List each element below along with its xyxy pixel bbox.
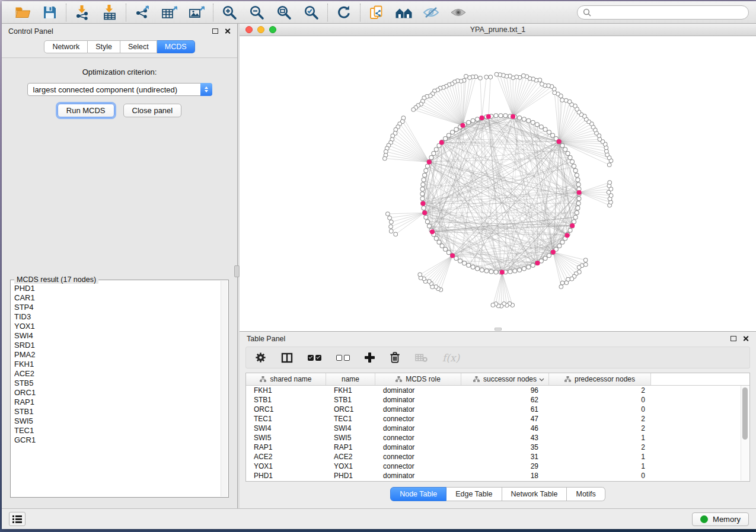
export-network-button[interactable] [132,4,153,21]
tab-mcds[interactable]: MCDS [157,40,195,53]
table-cell: 43 [461,434,549,442]
mcds-result-item[interactable]: SWI5 [14,416,219,426]
maximize-window-icon[interactable] [269,26,276,33]
show-all-button[interactable] [448,4,469,21]
tab-select[interactable]: Select [120,40,157,53]
show-panels-button[interactable] [9,512,25,526]
close-panel-icon[interactable] [224,28,231,34]
plus-icon [365,352,375,363]
criterion-dropdown[interactable]: largest connected component (undirected) [27,83,212,96]
search-field[interactable] [577,5,749,20]
add-column-button[interactable] [365,352,375,363]
table-scrollbar[interactable] [741,386,749,480]
table-row[interactable]: YOX1YOX1connector291 [246,462,741,471]
mcds-result-item[interactable]: TEC1 [14,426,219,435]
zoom-out-button[interactable] [246,4,267,21]
mcds-result-item[interactable]: STP4 [14,303,219,312]
zoom-in-button[interactable] [219,4,240,21]
mcds-result-item[interactable]: RAP1 [14,398,219,407]
table-row[interactable]: FKH1FKH1dominator962 [246,386,741,395]
splitter-handle[interactable] [234,265,240,277]
mcds-result-item[interactable]: ACE2 [14,369,219,379]
tab-network[interactable]: Network [44,40,88,53]
close-window-icon[interactable] [245,26,253,33]
column-header-shared-name[interactable]: shared name [246,373,326,385]
hide-selected-button[interactable] [420,4,442,21]
table-row[interactable]: RAP1RAP1dominator352 [246,443,741,452]
mcds-result-item[interactable]: SWI4 [14,331,219,341]
table-row[interactable]: ORC1ORC1dominator610 [246,405,741,414]
run-mcds-button[interactable]: Run MCDS [58,104,114,117]
table-row[interactable]: STB1STB1dominator620 [246,395,741,405]
search-input[interactable] [595,8,743,17]
unselect-all-columns-button[interactable] [336,355,350,361]
column-header-name[interactable]: name [326,373,375,385]
table-scrollbar-thumb[interactable] [742,387,748,440]
split-panel-button[interactable] [281,352,293,363]
first-neighbors-button[interactable] [393,4,414,21]
select-all-columns-button[interactable] [308,355,321,361]
table-row[interactable]: PHD1PHD1dominator180 [246,471,741,480]
mcds-result-item[interactable]: GCR1 [14,435,219,445]
table-cell: RAP1 [326,443,375,451]
tab-edge-table[interactable]: Edge Table [446,487,502,501]
network-canvas[interactable] [240,36,756,331]
duplicate-network-button[interactable] [366,4,387,21]
network-view[interactable] [240,36,756,332]
import-network-button[interactable] [72,4,93,21]
table-cell: 46 [461,424,549,432]
mcds-result-item[interactable]: TID3 [14,312,219,322]
table-row[interactable]: SWI4SWI4dominator462 [246,424,741,433]
open-button[interactable] [12,4,33,21]
mcds-result-item[interactable]: SRD1 [14,341,219,350]
close-panel-button[interactable]: Close panel [123,104,182,117]
mcds-result-item[interactable]: CAR1 [14,293,219,303]
mcds-result-item[interactable]: PHD1 [14,284,219,293]
mcds-result-item[interactable]: STB1 [14,407,219,416]
horizontal-splitter-handle[interactable] [495,328,502,331]
tab-node-table[interactable]: Node Table [390,487,446,501]
status-bar: Memory [2,508,756,529]
mcds-result-item[interactable]: PMA2 [14,350,219,360]
table-row[interactable]: TEC1TEC1connector472 [246,414,741,424]
mcds-result-item[interactable]: FKH1 [14,360,219,369]
table-row[interactable]: ACE2ACE2connector311 [246,452,741,462]
table-cell: 62 [461,396,549,404]
table-row[interactable]: SWI5SWI5connector431 [246,433,741,443]
table-cell: 2 [549,415,651,423]
tab-style[interactable]: Style [88,40,120,53]
mcds-list-scrollbar[interactable] [221,281,228,496]
export-image-button[interactable] [186,4,208,21]
mcds-result-item[interactable]: YOX1 [14,322,219,331]
column-type-icon [260,376,266,382]
tab-network-table[interactable]: Network Table [502,487,567,501]
export-table-button[interactable] [159,4,180,21]
tab-motifs[interactable]: Motifs [567,487,605,501]
table-cell: ORC1 [246,405,326,414]
table-cell: FKH1 [246,386,326,395]
float-table-panel-icon[interactable] [731,336,736,341]
import-table-button[interactable] [99,4,120,21]
column-header-successor-nodes[interactable]: successor nodes [461,373,549,385]
gear-icon [255,352,266,363]
mcds-result-item[interactable]: STB5 [14,379,219,388]
split-panel-icon [281,352,293,363]
memory-button[interactable]: Memory [692,512,749,526]
column-type-icon [564,376,571,382]
close-table-panel-icon[interactable] [742,335,749,342]
zoom-fit-button[interactable] [273,4,295,21]
node-table[interactable]: shared name name MCDS role successor nod… [245,373,750,482]
table-settings-button[interactable] [255,352,266,363]
refresh-button[interactable] [333,4,355,21]
mcds-result-item[interactable]: ORC1 [14,388,219,398]
column-header-mcds-role[interactable]: MCDS role [375,373,461,385]
app-window: Control Panel Network Style Select MCDS … [2,1,756,529]
mcds-panel: Optimization criterion: largest connecte… [2,57,237,508]
delete-columns-button[interactable] [390,351,400,364]
minimize-window-icon[interactable] [257,26,264,33]
zoom-selected-button[interactable] [301,4,322,21]
column-header-predecessor-nodes[interactable]: predecessor nodes [549,373,651,385]
save-button[interactable] [39,4,60,21]
float-panel-icon[interactable] [212,28,218,34]
table-cell: 0 [549,396,651,404]
